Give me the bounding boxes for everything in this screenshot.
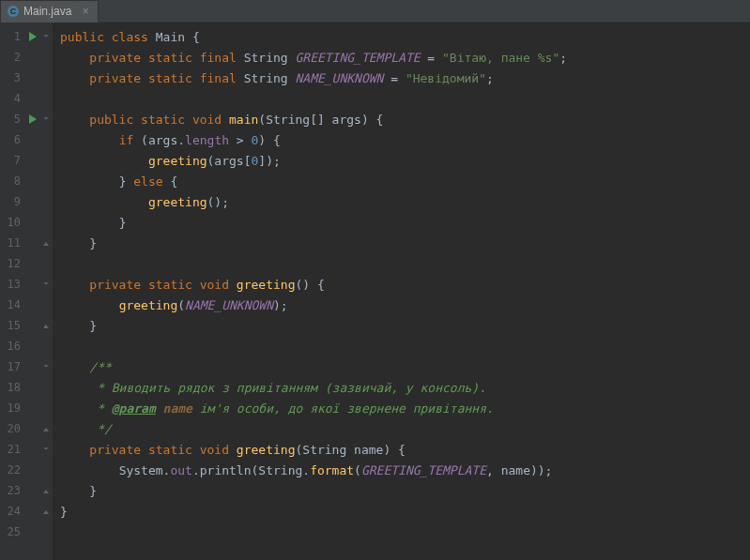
line-number: 1 bbox=[0, 30, 26, 43]
fold-icon[interactable] bbox=[39, 507, 53, 515]
code-line[interactable]: * @param name ім'я особи, до якої зверне… bbox=[60, 398, 750, 418]
line-number: 25 bbox=[0, 525, 26, 538]
svg-marker-9 bbox=[43, 365, 49, 367]
code-line[interactable]: greeting(NAME_UNKNOWN); bbox=[60, 295, 750, 315]
line-number: 4 bbox=[0, 92, 26, 105]
run-gutter-icon[interactable] bbox=[26, 114, 39, 124]
gutter-row: 11 bbox=[0, 233, 53, 253]
gutter-row: 23 bbox=[0, 480, 53, 501]
gutter-row: 24 bbox=[0, 501, 53, 522]
line-number: 22 bbox=[0, 463, 26, 477]
svg-marker-3 bbox=[43, 35, 49, 37]
code-line[interactable]: System.out.println(String.format(GREETIN… bbox=[60, 460, 750, 480]
line-number: 12 bbox=[0, 257, 26, 270]
code-line[interactable]: } bbox=[60, 315, 750, 336]
gutter-row: 14 bbox=[0, 295, 53, 315]
code-line[interactable]: public static void main(String[] args) { bbox=[60, 109, 750, 129]
line-number: 21 bbox=[0, 443, 26, 456]
line-number: 3 bbox=[0, 71, 26, 84]
line-number: 5 bbox=[0, 113, 26, 126]
gutter-row: 21 bbox=[0, 439, 53, 460]
gutter-row: 2 bbox=[0, 47, 53, 68]
fold-icon[interactable] bbox=[39, 487, 53, 494]
code-line[interactable]: public class Main { bbox=[60, 26, 750, 47]
line-number: 23 bbox=[0, 484, 26, 497]
svg-marker-5 bbox=[43, 117, 49, 119]
code-line[interactable]: private static final String GREETING_TEM… bbox=[60, 47, 750, 68]
class-icon: C bbox=[7, 5, 20, 18]
line-number: 2 bbox=[0, 51, 26, 64]
code-line[interactable] bbox=[60, 336, 750, 356]
code-line[interactable]: private static void greeting(String name… bbox=[60, 439, 750, 460]
gutter-row: 16 bbox=[0, 336, 53, 356]
code-line[interactable]: if (args.length > 0) { bbox=[60, 129, 750, 150]
line-number: 20 bbox=[0, 422, 26, 435]
fold-icon[interactable] bbox=[39, 425, 53, 432]
gutter-row: 9 bbox=[0, 191, 53, 212]
gutter-row: 15 bbox=[0, 315, 53, 336]
line-number: 18 bbox=[0, 381, 26, 394]
fold-icon[interactable] bbox=[39, 239, 53, 247]
fold-icon[interactable] bbox=[39, 117, 53, 122]
line-number: 9 bbox=[0, 195, 26, 208]
line-number: 10 bbox=[0, 216, 26, 229]
code-line[interactable]: } bbox=[60, 480, 750, 501]
line-number: 11 bbox=[0, 236, 26, 250]
gutter-row: 12 bbox=[0, 253, 53, 274]
line-number: 14 bbox=[0, 298, 26, 311]
line-number: 8 bbox=[0, 174, 26, 188]
code-line[interactable] bbox=[60, 522, 750, 542]
code-line[interactable]: } bbox=[60, 233, 750, 253]
code-line[interactable]: } else { bbox=[60, 171, 750, 191]
gutter-row: 8 bbox=[0, 171, 53, 191]
code-line[interactable]: private static final String NAME_UNKNOWN… bbox=[60, 68, 750, 88]
line-number: 13 bbox=[0, 278, 26, 291]
fold-icon[interactable] bbox=[39, 322, 53, 329]
gutter-row: 1 bbox=[0, 26, 53, 47]
svg-text:C: C bbox=[10, 7, 17, 16]
fold-icon[interactable] bbox=[39, 35, 53, 39]
code-line[interactable]: greeting(args[0]); bbox=[60, 150, 750, 171]
code-line[interactable]: private static void greeting() { bbox=[60, 274, 750, 295]
code-line[interactable]: * Виводить рядок з привітанням (зазвичай… bbox=[60, 377, 750, 398]
gutter-row: 18 bbox=[0, 377, 53, 398]
fold-icon[interactable] bbox=[39, 447, 53, 452]
code-line[interactable]: } bbox=[60, 501, 750, 522]
gutter-row: 13 bbox=[0, 274, 53, 295]
gutter: 1234567891011121314151617181920212223242… bbox=[0, 23, 53, 560]
fold-icon[interactable] bbox=[39, 282, 53, 287]
svg-marker-10 bbox=[43, 428, 49, 431]
svg-marker-11 bbox=[43, 447, 49, 449]
line-number: 24 bbox=[0, 505, 26, 518]
gutter-row: 17 bbox=[0, 356, 53, 377]
code-area[interactable]: public class Main { private static final… bbox=[53, 23, 750, 560]
editor: 1234567891011121314151617181920212223242… bbox=[0, 23, 750, 560]
run-gutter-icon[interactable] bbox=[26, 32, 39, 41]
code-line[interactable]: /** bbox=[60, 356, 750, 377]
svg-marker-4 bbox=[29, 114, 37, 124]
line-number: 17 bbox=[0, 360, 26, 373]
svg-marker-12 bbox=[43, 490, 49, 493]
line-number: 16 bbox=[0, 340, 26, 353]
gutter-row: 10 bbox=[0, 212, 53, 233]
code-line[interactable]: greeting(); bbox=[60, 191, 750, 212]
code-line[interactable] bbox=[60, 88, 750, 109]
svg-marker-7 bbox=[43, 282, 49, 284]
gutter-row: 6 bbox=[0, 129, 53, 150]
gutter-row: 5 bbox=[0, 109, 53, 129]
tab-bar: C Main.java × bbox=[0, 0, 750, 23]
close-icon[interactable]: × bbox=[79, 5, 92, 18]
file-tab[interactable]: C Main.java × bbox=[0, 0, 99, 23]
svg-marker-13 bbox=[43, 510, 49, 514]
code-line[interactable] bbox=[60, 253, 750, 274]
fold-icon[interactable] bbox=[39, 365, 53, 370]
svg-marker-8 bbox=[43, 325, 49, 328]
gutter-row: 19 bbox=[0, 398, 53, 418]
line-number: 7 bbox=[0, 154, 26, 167]
gutter-row: 25 bbox=[0, 522, 53, 542]
line-number: 15 bbox=[0, 319, 26, 332]
line-number: 19 bbox=[0, 401, 26, 415]
code-line[interactable]: } bbox=[60, 212, 750, 233]
code-line[interactable]: */ bbox=[60, 418, 750, 439]
gutter-row: 7 bbox=[0, 150, 53, 171]
